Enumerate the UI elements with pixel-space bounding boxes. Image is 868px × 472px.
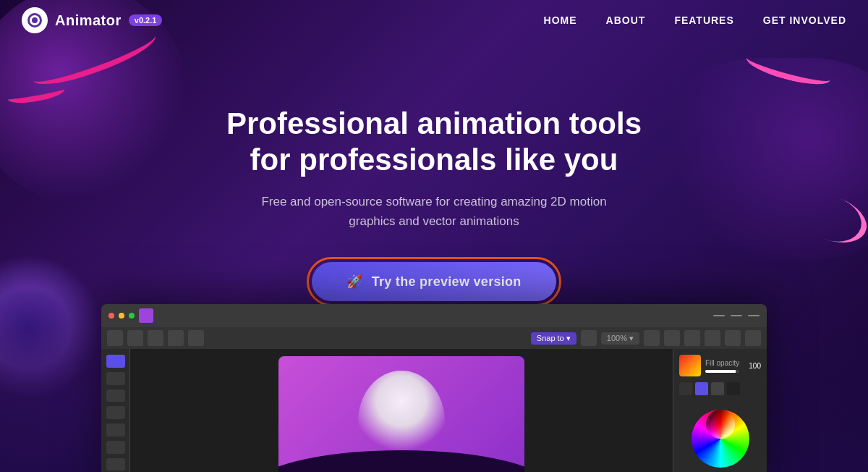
titlebar-close-dot (109, 313, 114, 319)
logo-icon-ring (27, 13, 42, 28)
toolbar-btn-1[interactable] (107, 330, 123, 346)
logo-area: Animator v0.2.1 (22, 7, 162, 33)
panel-swatch-row (679, 382, 761, 395)
swatch-gray[interactable] (711, 382, 724, 395)
sidebar-tool-3[interactable] (106, 406, 125, 419)
sidebar-tool-2[interactable] (106, 389, 125, 403)
toolbar-btn-4[interactable] (644, 330, 660, 346)
swatch-purple[interactable] (695, 382, 708, 395)
canvas-artwork (278, 356, 524, 472)
rocket-icon: 🚀 (346, 274, 362, 290)
toolbar-btn-6[interactable] (684, 330, 700, 346)
titlebar-min-dot (119, 313, 124, 319)
titlebar-max-dot (129, 313, 135, 319)
panel-fill-color[interactable] (679, 355, 701, 376)
sidebar-tool-6[interactable] (106, 458, 125, 471)
app-sidebar (101, 349, 130, 472)
app-right-panel: Fill opacity 100 (673, 349, 767, 472)
color-wheel[interactable] (692, 410, 749, 468)
titlebar-icon-2 (731, 315, 742, 316)
snap-to-label: Snap to (537, 334, 564, 342)
app-toolbar2: Snap to ▾ 100% ▾ (101, 327, 767, 349)
titlebar-icons (713, 315, 760, 316)
app-titlebar (101, 304, 767, 327)
logo-icon (22, 7, 48, 33)
canvas-astronaut (358, 371, 445, 472)
cta-button-wrapper: 🚀 Try the preview version (307, 257, 561, 306)
app-canvas (130, 349, 673, 472)
toolbar-btn-7[interactable] (705, 330, 720, 346)
version-badge: v0.2.1 (129, 14, 163, 26)
sidebar-tool-4[interactable] (106, 423, 125, 437)
toolbar-btn-9[interactable] (745, 330, 761, 346)
sidebar-tool-select[interactable] (106, 355, 125, 368)
swatch-dark[interactable] (679, 382, 692, 395)
navbar: Animator v0.2.1 HOME ABOUT FEATURES GET … (0, 0, 868, 41)
titlebar-icon-3 (748, 315, 760, 316)
swatch-black[interactable] (727, 382, 740, 395)
cta-label: Try the preview version (372, 274, 522, 290)
nav-features[interactable]: FEATURES (674, 14, 733, 26)
nav-get-involved[interactable]: GET INVOLVED (763, 14, 846, 26)
hero-title: Professional animation tools for profess… (226, 106, 642, 179)
toolbar-btn-3[interactable] (148, 330, 163, 346)
toolbar-btn-undo[interactable] (168, 330, 184, 346)
hero-subtitle: Free and open-source software for creati… (246, 192, 622, 231)
panel-fill-row: Fill opacity 100 (679, 355, 761, 376)
nav-links: HOME ABOUT FEATURES GET INVOLVED (544, 14, 846, 27)
toolbar-btn-8[interactable] (725, 330, 741, 346)
fill-opacity-slider[interactable] (705, 370, 739, 373)
color-wheel-inner (706, 410, 735, 439)
logo-name: Animator (55, 12, 122, 29)
try-preview-button[interactable]: 🚀 Try the preview version (312, 262, 556, 301)
toolbar-btn-5[interactable] (664, 330, 680, 346)
toolbar-btn-2[interactable] (127, 330, 143, 346)
toolbar-btn-brush[interactable] (581, 330, 597, 346)
app-main-area: Fill opacity 100 (101, 349, 767, 472)
zoom-value: 100% (607, 334, 627, 342)
fill-opacity-value: 100 (749, 362, 761, 370)
nav-about[interactable]: ABOUT (606, 14, 646, 26)
snap-to-dropdown[interactable]: Snap to ▾ (531, 332, 576, 345)
sidebar-tool-5[interactable] (106, 441, 125, 454)
app-logo-icon (139, 308, 153, 323)
app-screenshot: Snap to ▾ 100% ▾ (101, 304, 767, 472)
nav-home[interactable]: HOME (544, 14, 577, 26)
sidebar-tool-1[interactable] (106, 372, 125, 385)
hero-content: Professional animation tools for profess… (0, 41, 868, 306)
titlebar-icon-1 (713, 315, 725, 316)
fill-opacity-label: Fill opacity (705, 359, 739, 367)
zoom-display[interactable]: 100% ▾ (601, 332, 639, 345)
toolbar-btn-redo[interactable] (188, 330, 204, 346)
